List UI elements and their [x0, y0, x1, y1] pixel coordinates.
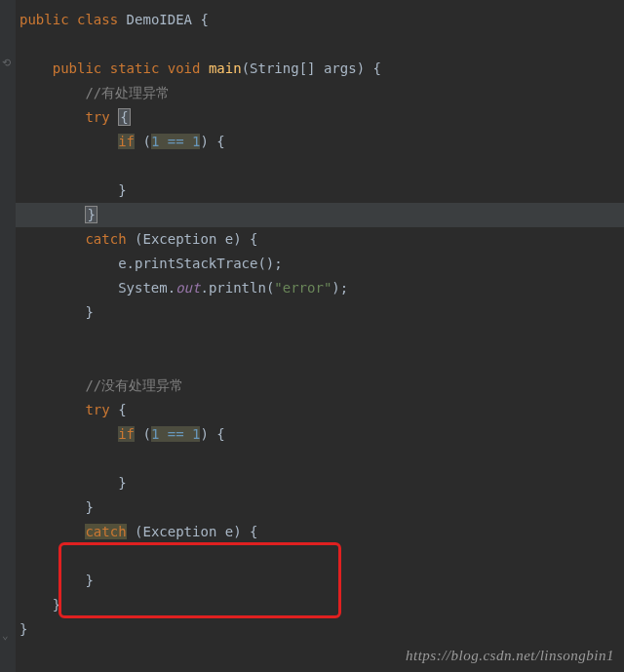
code-line: public static void main(String[] args) {: [16, 57, 624, 81]
code-line-blank: [16, 349, 624, 374]
matched-brace-icon: {: [118, 108, 130, 126]
code-line: //没有处理异常: [16, 374, 624, 398]
code-line: //有处理异常: [16, 81, 624, 105]
matched-brace-icon: }: [85, 206, 97, 223]
code-line: catch (Exception e) {: [16, 520, 624, 544]
code-line: e.printStackTrace();: [16, 252, 624, 276]
code-line: catch (Exception e) {: [16, 227, 624, 252]
code-line: if (1 == 1) {: [16, 422, 624, 447]
code-line: }: [16, 593, 624, 617]
code-line: }: [16, 495, 624, 520]
code-editor[interactable]: public class DemoIDEA { public static vo…: [0, 0, 624, 642]
code-line-blank: [16, 325, 624, 349]
code-line: public class DemoIDEA {: [16, 8, 624, 32]
code-line: }: [16, 178, 624, 203]
watermark-text: https://blog.csdn.net/linsongbin1: [406, 648, 614, 664]
code-line: }: [16, 300, 624, 325]
current-line-highlight: [16, 203, 624, 227]
code-line-blank: [16, 32, 624, 57]
code-line: }: [16, 617, 624, 642]
code-line-current: }: [16, 203, 624, 227]
code-area: public class DemoIDEA { public static vo…: [0, 8, 624, 642]
code-line: }: [16, 569, 624, 593]
code-line-blank: [16, 154, 624, 178]
code-line: }: [16, 471, 624, 495]
code-line: try {: [16, 105, 624, 130]
code-line: System.out.println("error");: [16, 276, 624, 300]
warning-highlight: catch: [85, 524, 126, 539]
code-line-blank: [16, 447, 624, 471]
code-line: try {: [16, 398, 624, 422]
code-line-blank: [16, 544, 624, 569]
code-line: if (1 == 1) {: [16, 130, 624, 154]
